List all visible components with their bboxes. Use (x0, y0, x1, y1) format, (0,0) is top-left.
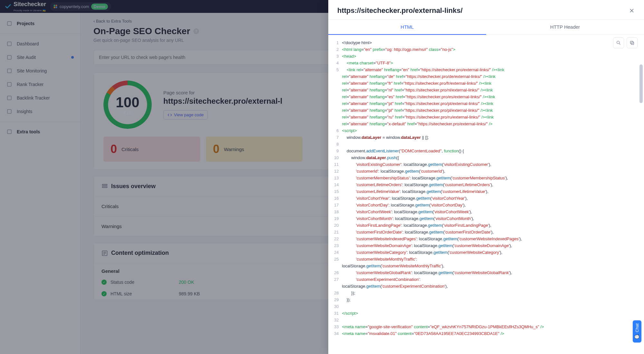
scrollbar-thumb[interactable] (639, 64, 643, 103)
search-icon (616, 40, 621, 45)
copy-code-button[interactable] (627, 37, 638, 48)
svg-rect-16 (631, 42, 634, 44)
copy-icon (630, 40, 635, 45)
chat-button[interactable]: 💬 Chat (633, 320, 641, 342)
search-code-button[interactable] (613, 37, 624, 48)
code-viewer[interactable]: 1234567891011121314151617181920212223242… (328, 35, 644, 354)
close-icon[interactable] (629, 7, 635, 14)
score-of: of 100 (122, 110, 133, 115)
drawer-tabs: HTML HTTP Header (328, 20, 644, 35)
svg-rect-17 (630, 41, 633, 44)
score-value: 100 (116, 94, 139, 110)
code-drawer: https://sitechecker.pro/external-links/ … (328, 0, 644, 354)
tab-http-header[interactable]: HTTP Header (486, 20, 644, 34)
source-code: <!doctype html> <html lang="en" prefix="… (342, 35, 550, 341)
line-gutter: 1234567891011121314151617181920212223242… (328, 35, 342, 341)
svg-point-15 (617, 41, 620, 44)
drawer-title: https://sitechecker.pro/external-links/ (337, 6, 463, 15)
tab-html[interactable]: HTML (328, 20, 486, 35)
